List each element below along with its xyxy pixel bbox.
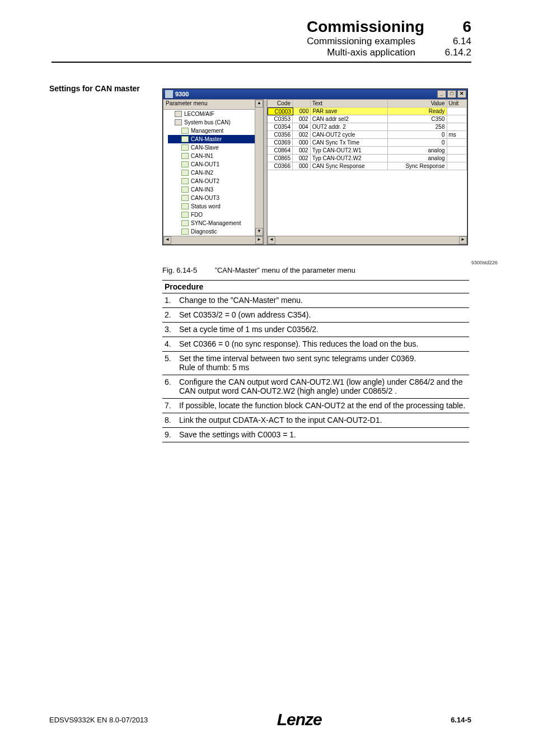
close-button[interactable]: ✕ xyxy=(457,90,466,98)
cell-code: C0003 xyxy=(268,108,293,115)
cell-text: OUT2 addr. 2 xyxy=(311,123,388,131)
step-number: 5. xyxy=(165,354,179,372)
cell-sub: 002 xyxy=(293,115,311,123)
cell-sub: 004 xyxy=(293,123,311,131)
table-row[interactable]: C0865002Typ CAN-OUT2.W2analog xyxy=(268,155,467,162)
tree-item-label: SYNC-Management xyxy=(191,220,241,227)
col-code[interactable]: Code xyxy=(268,100,293,108)
scroll-up-icon[interactable]: ▲ xyxy=(255,100,263,108)
folder-icon xyxy=(181,203,189,209)
folder-icon xyxy=(181,178,189,184)
tree-item-label: System bus (CAN) xyxy=(184,119,231,126)
cell-value: Sync Response xyxy=(388,162,447,170)
tree-item[interactable]: CAN-Master xyxy=(168,135,255,143)
grid-scroll-right-icon[interactable]: ► xyxy=(459,236,467,244)
tree-item[interactable]: CAN-IN3 xyxy=(168,185,255,194)
cell-value: Ready xyxy=(388,108,447,115)
cell-unit xyxy=(447,155,467,162)
header-rule xyxy=(51,62,471,63)
folder-icon xyxy=(175,119,182,125)
tree-item-label: CAN-Master xyxy=(191,136,222,143)
tree-list[interactable]: LECOM/AIFSystem bus (CAN)ManagementCAN-M… xyxy=(163,110,255,236)
col-text[interactable]: Text xyxy=(311,100,388,108)
header-sub1-num: 6.14 xyxy=(440,36,471,47)
titlebar[interactable]: 9300 _ □ ✕ xyxy=(163,89,467,99)
step-number: 8. xyxy=(165,416,179,424)
tree-item[interactable]: Diagnostic xyxy=(168,227,255,236)
grid-scroll-left-icon[interactable]: ◄ xyxy=(268,236,275,244)
tree-item[interactable]: CAN-OUT3 xyxy=(168,194,255,202)
tree-item[interactable]: Management xyxy=(168,127,255,135)
col-sub[interactable] xyxy=(293,100,311,108)
tree-item-label: CAN-IN1 xyxy=(191,152,213,160)
tree-item[interactable]: CAN-IN1 xyxy=(168,152,255,160)
minimize-button[interactable]: _ xyxy=(437,90,446,98)
table-row[interactable]: C0864002Typ CAN-OUT2.W1analog xyxy=(268,147,467,155)
tree-hscroll[interactable]: ◄ ► xyxy=(163,236,263,244)
cell-code: C0865 xyxy=(268,155,293,162)
tree-item-label: CAN-OUT1 xyxy=(191,161,219,168)
section-label: Settings for CAN master xyxy=(49,84,140,93)
scroll-left-icon[interactable]: ◄ xyxy=(163,236,171,244)
tree-item-label: Management xyxy=(191,127,223,134)
cell-text: CAN Sync Response xyxy=(311,162,388,170)
tree-item-label: CAN-IN2 xyxy=(191,169,213,176)
table-row[interactable]: C0354004OUT2 addr. 2258 xyxy=(268,123,467,131)
step-number: 3. xyxy=(165,325,179,334)
procedure-step: 9.Save the settings with C0003 = 1. xyxy=(162,428,469,442)
cell-unit xyxy=(447,123,467,131)
header-sub2-num: 6.14.2 xyxy=(440,47,471,58)
table-row[interactable]: C0353002CAN addr sel2C350 xyxy=(268,115,467,123)
tree-item[interactable]: FDO xyxy=(168,211,255,219)
scroll-down-icon[interactable]: ▼ xyxy=(255,228,263,236)
window-title: 9300 xyxy=(175,91,189,97)
cell-text: CAN-OUT2 cycle xyxy=(311,131,388,139)
scroll-right-icon[interactable]: ► xyxy=(255,236,263,244)
table-row[interactable]: C0366000CAN Sync ResponseSync Response xyxy=(268,162,467,170)
col-value[interactable]: Value xyxy=(388,100,447,108)
header-sub1: Commissioning examples xyxy=(307,36,415,47)
tree-item-label: CAN-Slave xyxy=(191,144,218,151)
cell-unit xyxy=(447,139,467,147)
cell-code: C0354 xyxy=(268,123,293,131)
app-window: 9300 _ □ ✕ Parameter menu LECOM/AIFSyste… xyxy=(162,88,468,245)
tree-item-label: Status word xyxy=(191,203,221,210)
cell-sub: 000 xyxy=(293,162,311,170)
step-text: If possible, locate the function block C… xyxy=(179,401,467,410)
table-row[interactable]: C0369000CAN Sync Tx Time0 xyxy=(268,139,467,147)
tree-item[interactable]: CAN-Slave xyxy=(168,143,255,152)
cell-value: analog xyxy=(388,147,447,155)
folder-icon xyxy=(181,161,189,167)
folder-icon xyxy=(181,153,189,159)
folder-icon xyxy=(181,220,189,226)
folder-icon xyxy=(181,128,189,134)
footer-page: 6.14-5 xyxy=(451,716,471,724)
tree-item[interactable]: CAN-OUT1 xyxy=(168,160,255,169)
tree-item[interactable]: System bus (CAN) xyxy=(168,118,255,127)
tree-item[interactable]: Status word xyxy=(168,202,255,211)
cell-value: 0 xyxy=(388,131,447,139)
table-row[interactable]: C0003000PAR saveReady xyxy=(268,108,467,115)
procedure-step: 1.Change to the ”CAN-Master” menu. xyxy=(162,293,469,308)
tree-item[interactable]: CAN-IN2 xyxy=(168,169,255,177)
cell-text: CAN addr sel2 xyxy=(311,115,388,123)
procedure-step: 7.If possible, locate the function block… xyxy=(162,399,469,413)
maximize-button[interactable]: □ xyxy=(447,90,456,98)
tree-item[interactable]: CAN-OUT2 xyxy=(168,177,255,185)
grid-hscroll[interactable]: ◄ ► xyxy=(268,236,467,244)
tree-item-label: FDO xyxy=(191,211,203,218)
tree-item[interactable]: SYNC-Management xyxy=(168,219,255,227)
step-text: Link the output CDATA-X-ACT to the input… xyxy=(179,416,467,424)
col-unit[interactable]: Unit xyxy=(447,100,467,108)
folder-icon xyxy=(181,195,189,201)
tree-vscroll[interactable]: ▲ ▼ xyxy=(255,100,263,236)
figure-id: 9300std226 xyxy=(471,260,498,265)
step-text: Set a cycle time of 1 ms under C0356/2. xyxy=(179,325,467,334)
app-icon xyxy=(165,90,173,98)
tree-item[interactable]: LECOM/AIF xyxy=(168,110,255,118)
step-text: Set the time interval between two sent s… xyxy=(179,354,467,372)
cell-code: C0369 xyxy=(268,139,293,147)
table-row[interactable]: C0356002CAN-OUT2 cycle0ms xyxy=(268,131,467,139)
cell-sub: 002 xyxy=(293,155,311,162)
tree-header: Parameter menu xyxy=(163,100,255,110)
